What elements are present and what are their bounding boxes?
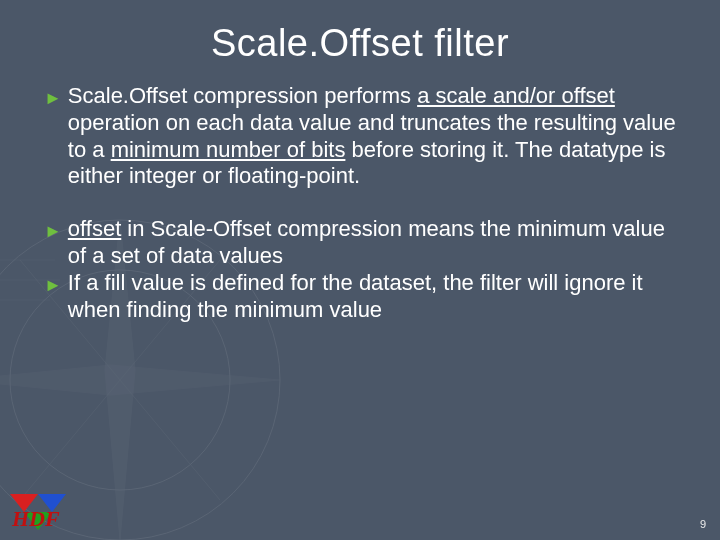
page-number: 9 — [700, 518, 706, 530]
hdf-logo: HDF — [8, 492, 72, 534]
slide-content: ► Scale.Offset compression performs a sc… — [0, 83, 720, 324]
bullet-item: ► Scale.Offset compression performs a sc… — [44, 83, 676, 190]
svg-line-5 — [120, 380, 220, 500]
svg-line-4 — [20, 380, 120, 500]
bullet-text: offset in Scale-Offset compression means… — [68, 216, 676, 270]
bullet-arrow-icon: ► — [44, 221, 62, 243]
bullet-arrow-icon: ► — [44, 88, 62, 110]
bullet-item: ► offset in Scale-Offset compression mea… — [44, 216, 676, 270]
bullet-text: If a fill value is defined for the datas… — [68, 270, 676, 324]
bullet-arrow-icon: ► — [44, 275, 62, 297]
bullet-text: Scale.Offset compression performs a scal… — [68, 83, 676, 190]
logo-text: HDF — [11, 506, 60, 531]
slide-title: Scale.Offset filter — [0, 0, 720, 83]
bullet-item: ► If a fill value is defined for the dat… — [44, 270, 676, 324]
